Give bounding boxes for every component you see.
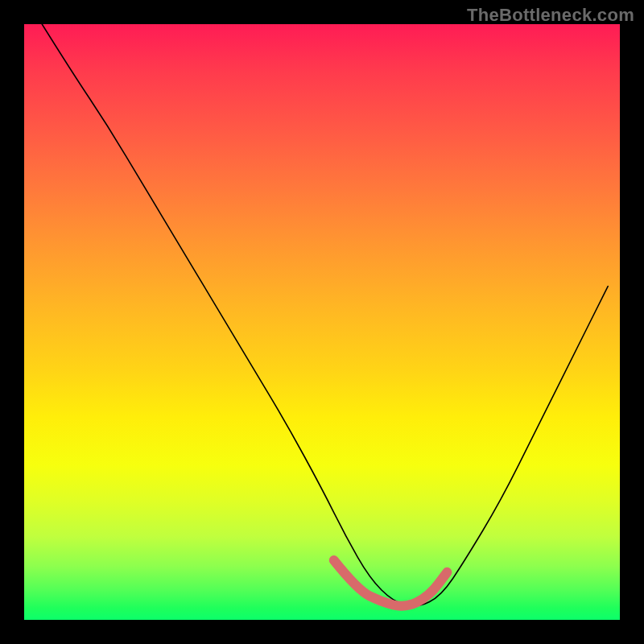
- watermark-text: TheBottleneck.com: [467, 5, 634, 26]
- heat-gradient: [24, 24, 620, 620]
- plot-area: [24, 24, 620, 620]
- chart-frame: TheBottleneck.com: [0, 0, 644, 644]
